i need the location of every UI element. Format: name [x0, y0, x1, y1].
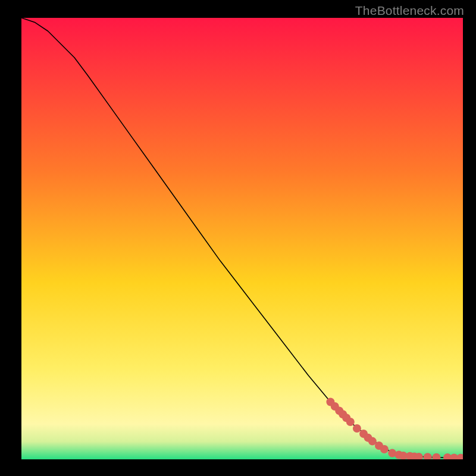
gradient-background [21, 18, 463, 459]
data-marker [346, 418, 355, 426]
data-marker [353, 424, 361, 433]
data-marker [380, 445, 389, 453]
chart-svg [21, 18, 463, 459]
watermark-text: TheBottleneck.com [355, 4, 464, 18]
chart-stage: TheBottleneck.com [0, 0, 476, 476]
plot-area [21, 18, 463, 459]
